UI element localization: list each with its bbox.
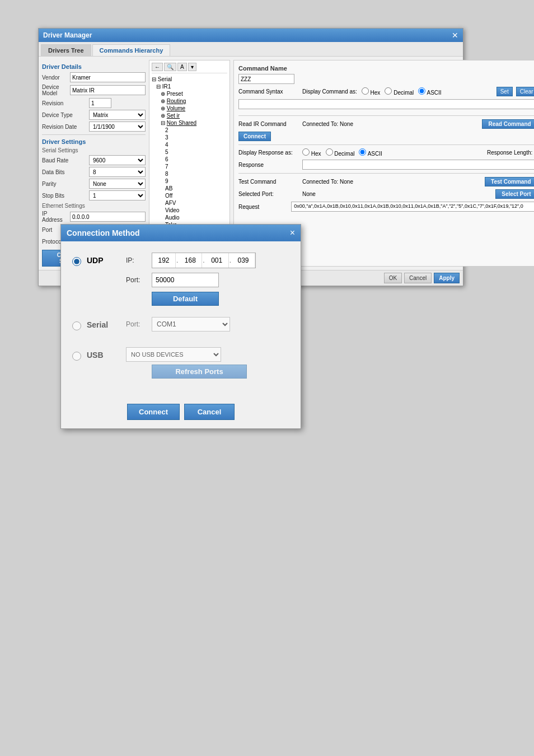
ip-part-2[interactable] bbox=[179, 253, 202, 268]
parity-label: Parity bbox=[42, 181, 87, 187]
revision-date-select[interactable]: 1/1/1900 bbox=[89, 122, 146, 132]
resp-radio-ascii[interactable] bbox=[359, 148, 366, 156]
apply-button[interactable]: Apply bbox=[434, 273, 460, 283]
tab-drivers-tree[interactable]: Drivers Tree bbox=[41, 44, 91, 56]
tree-item-5[interactable]: 5 bbox=[152, 148, 227, 156]
stop-bits-row: Stop Bits 1 bbox=[42, 190, 146, 200]
tree-item-7[interactable]: 7 bbox=[152, 163, 227, 170]
resp-radio-decimal[interactable] bbox=[326, 148, 333, 156]
parity-select[interactable]: None bbox=[89, 179, 146, 189]
default-button[interactable]: Default bbox=[152, 292, 219, 306]
response-label: Response bbox=[238, 162, 300, 168]
udp-label: UDP bbox=[87, 256, 120, 265]
command-syntax-row: Command Syntax Display Command as: Hex D… bbox=[238, 87, 534, 96]
radio-hex-label[interactable]: Hex bbox=[362, 87, 381, 96]
serial-settings-label: Serial Settings bbox=[42, 147, 146, 153]
command-name-row bbox=[238, 74, 534, 84]
tab-commands-hierarchy[interactable]: Commands Hierarchy bbox=[92, 44, 171, 56]
data-bits-select[interactable]: 8 bbox=[89, 167, 146, 177]
tree-item-volume[interactable]: ⊕ Volume bbox=[152, 105, 227, 112]
tree-item-afv[interactable]: AFV bbox=[152, 199, 227, 207]
resp-radio-hex[interactable] bbox=[302, 148, 310, 156]
response-length-label: Response Length: 0 bbox=[487, 150, 534, 156]
revision-input[interactable] bbox=[89, 98, 111, 108]
connect-button[interactable]: Connect bbox=[238, 132, 271, 141]
resp-radio-hex-label[interactable]: Hex bbox=[302, 148, 321, 157]
read-ir-row: Read IR Command Connected To: None Read … bbox=[238, 119, 534, 129]
driver-manager-titlebar: Driver Manager ✕ bbox=[39, 29, 463, 42]
tree-item-setir[interactable]: ⊕ Set ir bbox=[152, 112, 227, 119]
device-type-select[interactable]: Matrix bbox=[89, 110, 146, 120]
response-input[interactable] bbox=[302, 160, 534, 170]
serial-label: Serial bbox=[87, 320, 120, 329]
tree-search-button[interactable]: 🔍 bbox=[164, 63, 176, 71]
resp-radio-ascii-label[interactable]: ASCII bbox=[359, 148, 382, 157]
tree-add-button[interactable]: A bbox=[177, 63, 187, 71]
response-row: Response bbox=[238, 160, 534, 170]
revision-label: Revision bbox=[42, 100, 87, 106]
select-port-button[interactable]: Select Port bbox=[495, 189, 534, 199]
tree-item-video[interactable]: Video bbox=[152, 207, 227, 214]
ip-part-3[interactable] bbox=[205, 253, 229, 268]
device-model-input[interactable] bbox=[70, 85, 146, 95]
command-syntax-input[interactable] bbox=[238, 99, 534, 109]
ip-part-1[interactable] bbox=[152, 253, 176, 268]
radio-ascii-label[interactable]: ASCII bbox=[418, 87, 441, 96]
resp-radio-decimal-label[interactable]: Decimal bbox=[326, 148, 355, 157]
tree-menu-button[interactable]: ▾ bbox=[188, 63, 196, 71]
usb-radio[interactable] bbox=[72, 352, 81, 361]
serial-port-select[interactable]: COM1 COM2 COM3 bbox=[152, 317, 230, 332]
baud-rate-select[interactable]: 9600 bbox=[89, 155, 146, 165]
tree-item-ab[interactable]: AB bbox=[152, 185, 227, 192]
radio-decimal-label[interactable]: Decimal bbox=[385, 87, 414, 96]
command-name-title: Command Name bbox=[238, 65, 534, 72]
connect-action-button[interactable]: Connect bbox=[127, 404, 180, 420]
set-button[interactable]: Set bbox=[496, 87, 513, 96]
read-ir-connected: Connected To: None bbox=[302, 121, 353, 127]
udp-port-input[interactable] bbox=[152, 273, 219, 287]
data-bits-row: Data Bits 8 bbox=[42, 167, 146, 177]
cancel-button[interactable]: Cancel bbox=[404, 273, 432, 283]
display-response-label: Display Response as: bbox=[238, 150, 300, 156]
cancel-action-button[interactable]: Cancel bbox=[184, 404, 235, 420]
driver-manager-close-button[interactable]: ✕ bbox=[452, 31, 458, 40]
radio-hex[interactable] bbox=[362, 87, 369, 95]
usb-device-select[interactable]: NO USB DEVICES bbox=[126, 347, 221, 362]
tree-item-routing[interactable]: ⊕ Routing bbox=[152, 97, 227, 105]
connection-method-close-button[interactable]: × bbox=[290, 228, 295, 238]
tree-back-button[interactable]: ← bbox=[152, 63, 163, 71]
command-name-input[interactable] bbox=[238, 74, 294, 84]
stop-bits-select[interactable]: 1 bbox=[89, 190, 146, 200]
udp-radio[interactable] bbox=[72, 257, 81, 266]
clear-button[interactable]: Clear bbox=[516, 87, 534, 96]
udp-port-label: Port: bbox=[126, 276, 147, 284]
ip-part-4[interactable] bbox=[232, 253, 255, 268]
vendor-input[interactable] bbox=[70, 72, 146, 82]
tree-item-4[interactable]: 4 bbox=[152, 141, 227, 148]
tree-item-8[interactable]: 8 bbox=[152, 170, 227, 178]
radio-decimal[interactable] bbox=[385, 87, 392, 95]
tree-item-3[interactable]: 3 bbox=[152, 134, 227, 141]
serial-radio[interactable] bbox=[72, 321, 81, 330]
ip-input-group: . . . bbox=[152, 253, 256, 268]
test-command-button[interactable]: Test Command bbox=[485, 177, 534, 186]
tree-item-9[interactable]: 9 bbox=[152, 178, 227, 185]
udp-port-field-row: Port: bbox=[126, 273, 289, 287]
tree-item-2[interactable]: 2 bbox=[152, 127, 227, 134]
device-type-label: Device Type bbox=[42, 112, 87, 118]
tree-item-preset[interactable]: ⊕ Preset bbox=[152, 90, 227, 97]
revision-date-row: Revision Date 1/1/1900 bbox=[42, 122, 146, 132]
tree-item-6[interactable]: 6 bbox=[152, 156, 227, 163]
read-command-button[interactable]: Read Command bbox=[482, 119, 534, 129]
tree-item-audio[interactable]: Audio bbox=[152, 214, 227, 221]
tree-item-nonshared[interactable]: ⊟ Non Shared bbox=[152, 119, 227, 127]
ok-button[interactable]: OK bbox=[384, 273, 402, 283]
radio-ascii[interactable] bbox=[418, 87, 425, 95]
tree-item-ir1[interactable]: ⊟ IR1 bbox=[152, 83, 227, 90]
selected-port-row: Selected Port: None Select Port bbox=[238, 189, 534, 199]
refresh-ports-button[interactable]: Refresh Ports bbox=[152, 365, 247, 379]
ip-address-input[interactable] bbox=[70, 212, 146, 222]
tree-item-serial[interactable]: ⊟ Serial bbox=[152, 76, 227, 83]
tree-item-off[interactable]: Off bbox=[152, 192, 227, 199]
usb-fields: NO USB DEVICES Refresh Ports bbox=[126, 347, 289, 379]
